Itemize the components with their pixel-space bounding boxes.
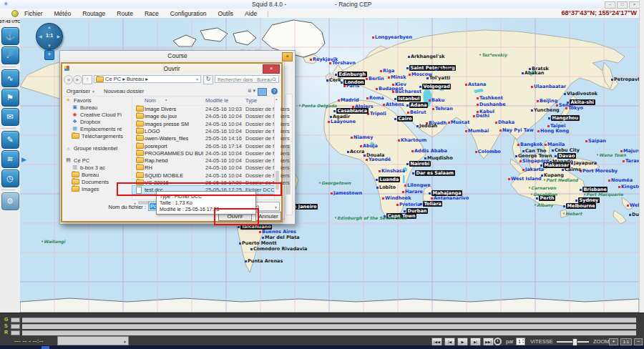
course-close-button[interactable]: × (282, 52, 293, 62)
menu-fichier[interactable]: Fichier (24, 10, 43, 17)
close-button[interactable]: × (629, 1, 640, 9)
file-row-owen-waters-files[interactable]: owen-Waters_files25-05-16 14:16Dossier d… (132, 134, 274, 142)
taskbar-app-icon[interactable] (42, 346, 49, 349)
map-label-port-moresby: Port Moresby (580, 168, 618, 174)
tree-item-label: Bureau (80, 104, 97, 111)
tree-item-t-l-chargements[interactable]: Téléchargements (62, 132, 132, 139)
chevron-down-icon[interactable]: ▼ (195, 77, 199, 82)
search-input[interactable] (216, 76, 273, 84)
file-row-programmes-du-bureau[interactable]: PROGRAMMES DU BUREAU24-05-16 10:04Dossie… (132, 149, 274, 157)
panel-expander-icon[interactable]: ▶ (21, 156, 26, 163)
grib-mail-icon[interactable]: ✉ (1, 108, 19, 126)
tree-item-groupe-r-sidentiel[interactable]: ⌂Groupe résidentiel (62, 144, 132, 152)
route-edit-icon[interactable]: ✎ (1, 131, 19, 149)
back-button[interactable]: ◀ (64, 75, 73, 84)
file-row-rh[interactable]: RH24-05-16 10:04Dossier de fichiers (132, 164, 274, 171)
menu-configuration[interactable]: Configuration (170, 10, 207, 17)
file-dt: 24-05-16 10:04 (205, 164, 242, 171)
map-label-perm: Perm' (435, 67, 453, 72)
file-row-logo[interactable]: LOGO24-05-16 10:04Dossier de fichiers (132, 127, 274, 134)
track-label-g: G (4, 317, 8, 322)
file-row-posreport[interactable]: posreport26-05-16 17:14Dossier de fichie… (132, 142, 274, 149)
minimize-button[interactable]: – (605, 1, 615, 9)
tree-item-ce-pc[interactable]: ▤Ce PC (62, 157, 132, 164)
spinner-arrows-icon[interactable]: ▴▾ (522, 338, 524, 344)
preview-pane-icon[interactable] (258, 88, 267, 96)
file-nm: posreport (145, 143, 167, 149)
timeline-zoom-out-button[interactable]: − (634, 338, 643, 345)
map-label-akita-shi: Akita-shi (567, 99, 595, 105)
buoy-weather-icon[interactable]: ⚓ (1, 27, 19, 45)
file-tp: Dossier de fichiers (245, 164, 290, 171)
file-row-image-divers[interactable]: Image Divers24-05-16 10:03Dossier de fic… (132, 105, 274, 112)
organize-menu[interactable]: Organiser ▼ (67, 88, 95, 94)
tree-item-bureau[interactable]: Bureau (62, 171, 132, 178)
tree-item-dropbox[interactable]: ❖Dropbox (62, 118, 132, 125)
refresh-button[interactable]: ↻ (203, 75, 213, 84)
track-box[interactable] (11, 324, 20, 329)
file-row-rap-hebd[interactable]: Rap.hebd24-05-16 10:04Dossier de fichier… (132, 157, 274, 164)
map-label-madrid: Madrid (338, 97, 359, 103)
regatta-icon[interactable]: ≋ (1, 150, 19, 168)
menu-route[interactable]: Route (117, 10, 133, 17)
tree-item-bureau[interactable]: ▣Bureau (62, 104, 132, 111)
speed-slider[interactable] (557, 338, 589, 345)
map-label-berlin: Berlin (366, 76, 384, 82)
step-stepper[interactable]: 1 ▴▾ (516, 338, 525, 345)
file-row-image-du-jour[interactable]: image du jour24-05-16 10:04Dossier de fi… (132, 112, 274, 119)
compass-scale-label[interactable]: 1:1 (36, 33, 62, 38)
settings-gear-icon[interactable]: ⚙ (1, 192, 19, 210)
column-name[interactable]: Nom (145, 97, 156, 104)
satellite-icon[interactable]: ☄ (1, 46, 19, 64)
file-tp: Dossier de fichiers (245, 143, 290, 149)
file-row-images-presse-sm[interactable]: images presse SM24-05-16 10:04Dossier de… (132, 120, 274, 127)
time-icon[interactable]: ◷ (1, 169, 19, 187)
column-date[interactable]: Modifié le (205, 97, 228, 104)
track-lane[interactable] (22, 318, 636, 323)
menu-m-t-o[interactable]: Météo (54, 10, 72, 17)
tree-item-b-box-3-ac[interactable]: ▥b-box 3 ac (62, 164, 132, 171)
tree-item-emplacements-r[interactable]: ▦Emplacements ré (62, 125, 132, 132)
cursor-coordinates: 68°37'43"N; 155°24'17"W (561, 9, 637, 16)
view-options-icon[interactable]: ≣ ▾ (248, 88, 255, 94)
help-icon[interactable]: ? (271, 88, 278, 94)
chevron-down-icon[interactable]: ▼ (274, 205, 278, 210)
menu-aide[interactable]: Aide (245, 10, 257, 17)
pan-down-icon[interactable]: ▼ (47, 44, 52, 48)
track-box[interactable] (11, 318, 20, 323)
file-row-squid-mobile[interactable]: SQUID MOBILE24-05-16 10:04Dossier de fic… (132, 172, 274, 179)
cancel-button[interactable]: Annuler (255, 212, 281, 221)
forward-button[interactable]: ▶ (73, 75, 82, 84)
dialog-close-button[interactable]: × (263, 64, 280, 74)
map-label-albany: Albany (535, 202, 553, 207)
squid-app-window: ✳ Squid 8.4.0 - - Racing CEP – □ × Fichi… (0, 0, 644, 349)
clock-icon[interactable] (494, 338, 502, 345)
new-folder-button[interactable]: Nouveau dossier (104, 88, 144, 94)
breadcrumb[interactable]: Ce PC ▸ Bureau ▸ (105, 76, 148, 82)
search-box[interactable] (215, 75, 279, 83)
map-label-toliara: Toliara (420, 201, 442, 207)
timeline-zoom-in-button[interactable]: + (609, 338, 618, 345)
maximize-button[interactable]: □ (617, 1, 628, 9)
address-bar[interactable]: Ce PC ▸ Bureau ▸ ▼ (94, 75, 201, 83)
map-label-cairns: Cairns (562, 167, 581, 172)
track-lane[interactable] (22, 330, 636, 335)
timeline-select[interactable]: ▼ (57, 336, 129, 345)
menu-outils[interactable]: Outils (218, 10, 233, 17)
column-type[interactable]: Type (245, 97, 257, 104)
map-label-astana: Astana (465, 82, 486, 87)
wind-flag-icon[interactable]: ⚑ (1, 89, 19, 107)
map-pan-compass[interactable]: ▲ ▼ ◀ ▶ 1:1 (36, 23, 63, 50)
up-button[interactable]: ↑ (82, 75, 92, 84)
menu-race[interactable]: Race (145, 10, 159, 17)
tree-item-favoris[interactable]: ★Favoris (62, 97, 132, 104)
map-label-sydney: Sydney (575, 197, 600, 203)
map-zoom-in-button[interactable]: + (44, 50, 54, 60)
tree-item-creative-cloud-fi[interactable]: ◉Creative Cloud Fi (62, 111, 132, 118)
routing-icon[interactable]: ∿ (1, 69, 19, 87)
timeline-zoom-reset-button[interactable]: 1:1 (620, 338, 632, 345)
pan-up-icon[interactable]: ▲ (47, 25, 52, 29)
menu-routage[interactable]: Routage (82, 10, 105, 17)
track-lane[interactable] (22, 324, 636, 329)
track-box[interactable] (11, 330, 20, 335)
